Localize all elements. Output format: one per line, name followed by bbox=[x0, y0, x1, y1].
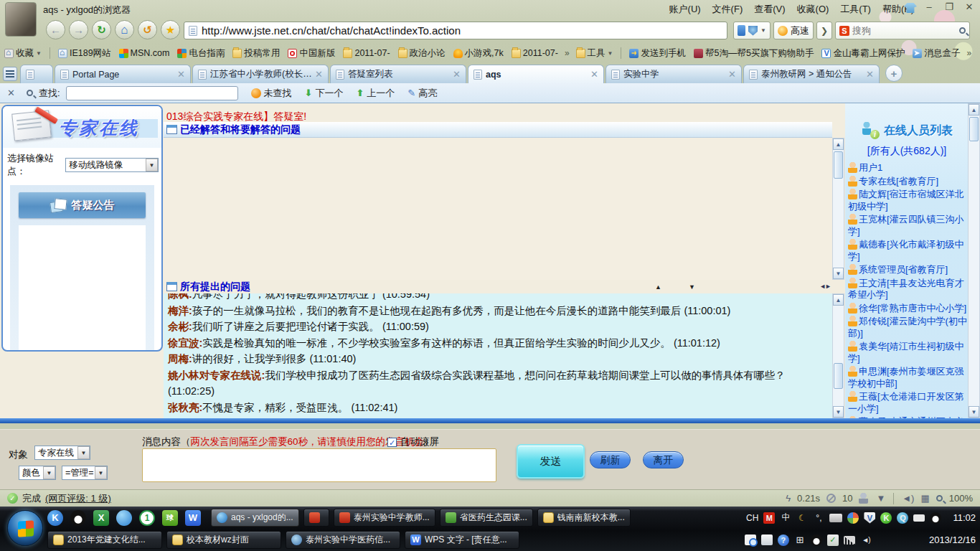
task-button[interactable]: 2013年党建文化结... bbox=[47, 531, 162, 549]
find-next-button[interactable]: ⬇ 下一个 bbox=[305, 87, 344, 100]
search-input[interactable] bbox=[852, 25, 956, 36]
tray-icon[interactable] bbox=[847, 512, 859, 524]
manage-select[interactable]: =管理= ▼ bbox=[62, 466, 108, 480]
online-user[interactable]: 专家在线[省教育厅] bbox=[848, 176, 967, 188]
task-button[interactable]: 泰州实验中学医药信... bbox=[286, 531, 400, 549]
refresh-icon[interactable]: ↻ bbox=[92, 20, 111, 39]
scroll-up-icon[interactable]: ▲ bbox=[833, 294, 844, 306]
select-arrow-icon[interactable]: ▼ bbox=[146, 159, 158, 171]
favorites-item[interactable]: 中国新版 bbox=[288, 47, 335, 60]
back-icon[interactable]: ← bbox=[46, 20, 65, 39]
task-button[interactable]: WPS 文字 - [责任意... bbox=[405, 531, 519, 549]
online-user[interactable]: 袁美华[靖江市生祠初级中学] bbox=[848, 341, 967, 364]
mirror-select[interactable]: 移动线路镜像 ▼ bbox=[65, 158, 159, 172]
tray-icon[interactable] bbox=[761, 534, 773, 545]
favorites-item[interactable]: 政治小论 bbox=[398, 47, 446, 60]
tray-icon[interactable]: M bbox=[763, 512, 775, 524]
qiuqiu-icon[interactable]: 球 bbox=[162, 510, 178, 526]
new-tab-icon[interactable]: + bbox=[885, 65, 903, 82]
clock-time[interactable]: 11:02 bbox=[953, 512, 976, 523]
online-user[interactable]: 戴德春[兴化市戴泽初级中学] bbox=[848, 239, 967, 263]
browser-tab[interactable]: Portal Page ✕ bbox=[55, 65, 191, 83]
tray-icon[interactable]: ✓ bbox=[827, 534, 839, 546]
favorites-item[interactable]: 小游戏,7k bbox=[453, 47, 504, 60]
menu-item[interactable]: 文件(F) bbox=[712, 3, 743, 16]
online-user[interactable]: 陆文辉[宿迁市宿城区洋北初级中学] bbox=[848, 189, 967, 212]
menu-item[interactable]: 工具(T) bbox=[840, 3, 871, 16]
download-icon[interactable]: ▼ bbox=[876, 493, 885, 504]
browser-tab[interactable]: 江苏省中小学教师(校长)... ✕ bbox=[192, 65, 329, 83]
scrollbar-thumb[interactable] bbox=[834, 151, 843, 179]
tray-icon[interactable]: V bbox=[864, 512, 875, 524]
online-user[interactable]: 徐华[常熟市唐市中心小学] bbox=[848, 303, 967, 315]
speaker-icon[interactable]: ◄) bbox=[902, 493, 914, 504]
start-button[interactable] bbox=[7, 510, 43, 546]
skin-icon[interactable] bbox=[904, 3, 917, 13]
browser-tab[interactable]: 实验中学 ✕ bbox=[606, 65, 742, 83]
browser-tab[interactable]: 答疑室列表 ✕ bbox=[330, 65, 466, 83]
tab-close-icon[interactable]: ✕ bbox=[590, 69, 598, 80]
tray-icon[interactable] bbox=[829, 514, 842, 522]
tray-icon[interactable]: CH bbox=[746, 512, 758, 524]
add-favorite-button[interactable]: 收藏▼ bbox=[4, 47, 42, 60]
task-button[interactable]: 钱南南新校本教... bbox=[537, 509, 631, 527]
page-scrollbar[interactable]: ▲ ▼ bbox=[968, 103, 980, 418]
tools-menu[interactable]: 工具▼ bbox=[576, 47, 613, 60]
online-user[interactable]: 王薇[太仓港港口开发区第一小学] bbox=[848, 391, 967, 415]
excel-icon[interactable]: X bbox=[93, 510, 109, 526]
tray-icon[interactable]: ? bbox=[778, 534, 789, 546]
minimize-icon[interactable]: – bbox=[921, 1, 937, 14]
select-arrow-icon[interactable]: ▼ bbox=[95, 466, 107, 479]
url-text[interactable]: http://www.jste.net.cn/chat/chat/chatAct… bbox=[202, 24, 461, 37]
browser-tab-icon-only[interactable] bbox=[20, 65, 53, 83]
messages-scrollbar[interactable]: ▲ ▼ bbox=[832, 293, 844, 418]
tray-icon[interactable]: ☾ bbox=[796, 512, 808, 524]
favorites-item[interactable]: 投稿常用 bbox=[232, 47, 280, 60]
color-select[interactable]: 颜色 ▼ bbox=[19, 466, 56, 480]
address-bar[interactable]: http://www.jste.net.cn/chat/chat/chatAct… bbox=[184, 22, 727, 39]
one-icon[interactable]: 1 bbox=[139, 510, 155, 526]
extensions-overflow-icon[interactable]: » bbox=[966, 48, 971, 58]
scrollbar-thumb[interactable] bbox=[969, 117, 979, 141]
select-arrow-icon[interactable]: ▼ bbox=[43, 466, 55, 479]
tray-icon[interactable]: K bbox=[880, 512, 892, 524]
tab-list-icon[interactable] bbox=[3, 67, 17, 81]
menu-item[interactable]: 查看(V) bbox=[754, 3, 785, 16]
browser-tab[interactable]: aqs ✕ bbox=[468, 65, 604, 83]
toolbox-icon[interactable]: ▦ bbox=[920, 493, 929, 504]
answered-panel-scrollbar[interactable]: ▲ ▼ bbox=[832, 138, 844, 280]
extension-item[interactable]: 消息盒子 bbox=[913, 47, 960, 60]
search-icon[interactable] bbox=[959, 27, 966, 34]
message-input[interactable] bbox=[142, 448, 496, 482]
send-button[interactable]: 发送 bbox=[517, 444, 585, 479]
scroll-up-icon[interactable]: ▲ bbox=[833, 138, 844, 150]
find-prev-button[interactable]: ⬆ 上一个 bbox=[356, 87, 395, 100]
go-button[interactable]: ❯ bbox=[816, 22, 832, 39]
favorites-item[interactable]: MSN.com bbox=[119, 48, 170, 58]
find-highlight-button[interactable]: ✎ 高亮 bbox=[407, 87, 437, 100]
tab-close-icon[interactable]: ✕ bbox=[453, 69, 461, 80]
account-icon[interactable] bbox=[859, 493, 868, 504]
dropdown-arrow-icon[interactable]: ▼ bbox=[760, 27, 766, 34]
scroll-up-icon[interactable]: ▲ bbox=[969, 104, 979, 116]
menu-item[interactable]: 收藏(O) bbox=[797, 3, 829, 16]
zoom-level[interactable]: 100% bbox=[949, 493, 973, 504]
close-icon[interactable]: ✕ bbox=[961, 1, 977, 14]
scrollbar-thumb[interactable] bbox=[834, 363, 843, 389]
extension-item[interactable]: 帮5淘—帮5买旗下购物助手 bbox=[694, 47, 814, 60]
autoscroll-checkbox[interactable]: ✓ bbox=[387, 438, 397, 447]
scroll-down-icon[interactable]: ▼ bbox=[833, 406, 844, 418]
tray-icon[interactable] bbox=[913, 514, 925, 522]
clock-date[interactable]: 2013/12/16 bbox=[929, 534, 976, 545]
favorites-item[interactable]: IE189网站 bbox=[58, 47, 111, 60]
header-scroll-arrows[interactable]: ▲▼ bbox=[655, 283, 695, 291]
tray-icon[interactable]: 中 bbox=[780, 512, 791, 524]
task-button[interactable]: aqs - yxlgod的... bbox=[211, 509, 299, 527]
favorites-star-icon[interactable]: ★ bbox=[161, 20, 180, 39]
scroll-down-icon[interactable]: ▼ bbox=[833, 268, 844, 279]
online-user[interactable]: 申思渊[泰州市姜堰区克强学校初中部] bbox=[848, 366, 967, 390]
task-button[interactable] bbox=[303, 509, 329, 527]
tray-icon[interactable] bbox=[745, 534, 756, 545]
scroll-down-icon[interactable]: ▼ bbox=[969, 406, 979, 418]
find-close-icon[interactable]: ✕ bbox=[7, 88, 15, 98]
